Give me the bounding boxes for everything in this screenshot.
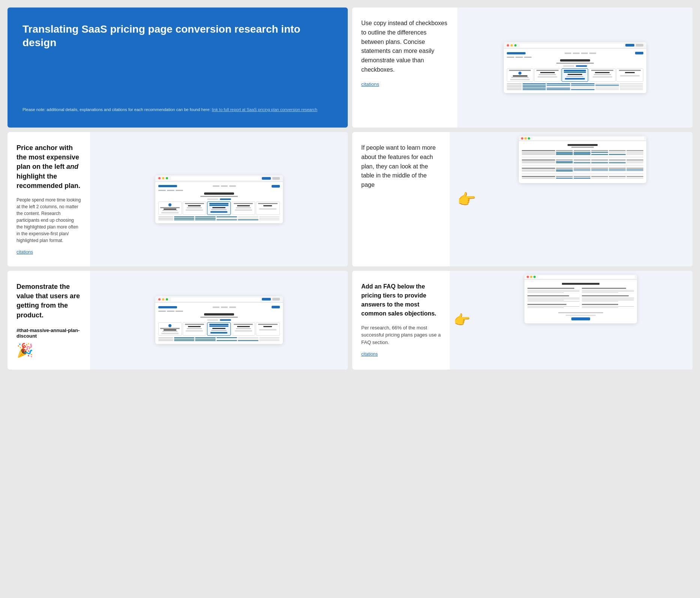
plan-engage-highlighted xyxy=(207,201,231,215)
faq-answer xyxy=(527,297,580,302)
page-title-bar xyxy=(204,192,234,195)
table-browser-screenshot xyxy=(519,136,646,183)
copy-description: Use copy instead of checkboxes to outlin… xyxy=(361,19,448,75)
copy-citations-link[interactable]: citations xyxy=(361,81,379,87)
browser-bar xyxy=(155,175,283,182)
toggle-monthly xyxy=(207,319,218,321)
row-check xyxy=(574,153,590,154)
nav-link-4 xyxy=(589,53,596,54)
feature-row xyxy=(158,216,280,217)
row-check xyxy=(574,161,590,162)
row-check xyxy=(591,152,608,153)
table-row xyxy=(522,178,643,179)
breadcrumb xyxy=(158,311,280,312)
section-header xyxy=(522,176,643,177)
plan-cta-btn xyxy=(235,209,252,211)
faq-browser-screenshot xyxy=(524,275,637,323)
table-title-bar xyxy=(568,144,598,146)
nav-logo xyxy=(507,52,526,54)
recommended-badge xyxy=(209,203,228,204)
faq-citations-link[interactable]: citations xyxy=(361,352,378,357)
table-section-4 xyxy=(522,176,643,179)
header-col-3 xyxy=(591,159,608,161)
feature-cell xyxy=(259,219,280,220)
feature-cell xyxy=(216,340,237,341)
browser-content xyxy=(155,303,283,344)
plan-cta-btn xyxy=(186,330,203,332)
copy-screenshot-side xyxy=(457,8,692,128)
minimize-dot xyxy=(511,44,513,47)
faq-answer xyxy=(582,297,634,302)
feature-cell xyxy=(571,88,595,89)
plan-price-unit xyxy=(162,331,177,332)
feature-cell xyxy=(523,85,546,86)
faq-screenshot-side: 👉 xyxy=(450,271,692,370)
feature-row-2 xyxy=(507,85,643,86)
learn-more-screenshot-side: 👉 xyxy=(450,132,692,266)
breadcrumb-item xyxy=(167,311,174,312)
plan-present xyxy=(231,322,255,336)
row-check xyxy=(591,161,608,162)
plan-price-unit xyxy=(236,328,251,329)
feature-cell xyxy=(523,83,546,84)
faq-question xyxy=(527,295,569,296)
row-check xyxy=(626,154,643,155)
plan-price-bar xyxy=(237,205,250,206)
row-check xyxy=(609,170,626,170)
row-check xyxy=(574,178,590,179)
table-row xyxy=(522,152,643,153)
faq-question xyxy=(527,288,574,289)
nav-cta-btn xyxy=(272,185,280,188)
hero-link[interactable]: link to full report at SaaS pricing plan… xyxy=(212,107,317,112)
header-label xyxy=(522,176,556,177)
price-anchor-cell: Price anchor with the most expensive pla… xyxy=(8,132,348,266)
nav-link-2 xyxy=(573,53,580,54)
price-anchor-citations-link[interactable]: citations xyxy=(17,249,33,255)
faq-cell: Add an FAQ below the pricing tiers to pr… xyxy=(352,271,692,370)
feature-cell xyxy=(547,86,570,87)
row-label xyxy=(522,153,556,154)
plan-price-bar xyxy=(212,207,225,208)
row-check xyxy=(626,171,643,171)
maximize-dot xyxy=(166,298,168,301)
header-col-1 xyxy=(556,159,573,161)
plan-price-unit xyxy=(211,209,226,210)
table-row xyxy=(522,170,643,170)
feature-cell xyxy=(620,86,643,87)
feature-label xyxy=(158,339,173,340)
feature-cell xyxy=(174,340,195,341)
row-check xyxy=(626,178,643,179)
browser-bar xyxy=(524,275,637,280)
faq-answer xyxy=(582,290,634,293)
plan-price-unit xyxy=(187,328,202,329)
faq-line xyxy=(527,290,580,291)
feature-cell xyxy=(259,337,280,338)
table-row xyxy=(522,154,643,155)
browser-url xyxy=(538,275,635,278)
plan-name-bar xyxy=(185,324,204,325)
plan-price-bar xyxy=(568,74,582,75)
plan-cta-btn xyxy=(259,208,276,210)
row-check xyxy=(574,154,590,155)
browser-url xyxy=(171,297,260,301)
row-label xyxy=(522,161,556,162)
plan-price-unit xyxy=(566,76,584,77)
plan-price-unit xyxy=(162,210,177,211)
breadcrumb xyxy=(507,57,643,58)
table-row xyxy=(522,162,643,163)
faq-line xyxy=(527,300,564,301)
row-check xyxy=(574,170,590,170)
plan-name-bar xyxy=(258,324,277,325)
browser-url xyxy=(520,44,624,47)
breadcrumb-item xyxy=(158,311,166,312)
faq-line xyxy=(582,299,634,299)
plan-features-list xyxy=(507,83,643,90)
faq-line xyxy=(582,291,634,292)
nav-cta-btn xyxy=(272,306,280,308)
feature-row xyxy=(158,218,280,219)
faq-question xyxy=(582,304,618,305)
plan-cta-btn xyxy=(510,79,530,80)
feature-cell xyxy=(238,340,258,341)
section-header xyxy=(522,159,643,161)
faq-line xyxy=(527,291,580,292)
